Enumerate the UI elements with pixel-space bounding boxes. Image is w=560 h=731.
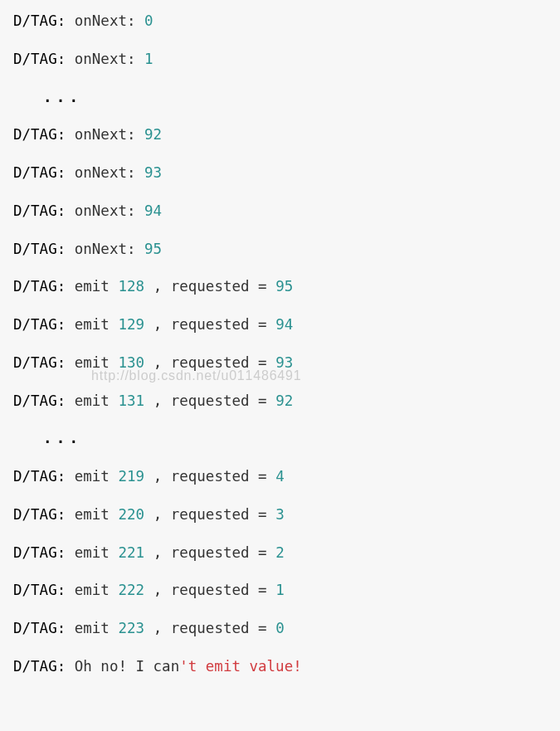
- log-line-onnext: D/TAG: onNext: 92: [13, 125, 547, 144]
- log-label: onNext:: [75, 126, 136, 143]
- log-requested-value: 93: [275, 354, 293, 371]
- ellipsis-text: ...: [43, 430, 82, 446]
- log-value: 94: [144, 202, 162, 219]
- log-value: 93: [144, 164, 162, 181]
- log-line-onnext: D/TAG: onNext: 0: [13, 12, 547, 31]
- log-line-emit: D/TAG: emit 220 , requested = 3: [13, 505, 547, 524]
- log-requested-label: , requested =: [153, 354, 267, 371]
- log-ellipsis: ...: [13, 88, 547, 107]
- log-label: emit: [75, 468, 110, 485]
- log-tag: D/TAG:: [13, 544, 66, 561]
- log-line-emit: D/TAG: emit 128 , requested = 95: [13, 277, 547, 296]
- log-tag: D/TAG:: [13, 354, 66, 371]
- log-tag: D/TAG:: [13, 620, 66, 636]
- log-error-prefix: Oh no! I can: [75, 658, 179, 675]
- log-value: 1: [144, 51, 153, 67]
- log-label: emit: [75, 506, 110, 523]
- log-value: 221: [118, 544, 144, 561]
- log-line-emit: D/TAG: emit 131 , requested = 92: [13, 392, 547, 411]
- log-value: 92: [144, 126, 162, 143]
- log-tag: D/TAG:: [13, 278, 66, 295]
- log-value: 222: [118, 582, 144, 598]
- log-value: 128: [118, 278, 144, 295]
- log-requested-label: , requested =: [153, 506, 267, 523]
- log-tag: D/TAG:: [13, 468, 66, 485]
- log-requested-label: , requested =: [153, 468, 267, 485]
- log-tag: D/TAG:: [13, 126, 66, 143]
- log-label: emit: [75, 354, 110, 371]
- log-requested-value: 4: [275, 468, 285, 485]
- log-requested-value: 94: [275, 316, 293, 333]
- ellipsis-text: ...: [43, 89, 82, 105]
- log-requested-label: , requested =: [153, 544, 267, 561]
- log-line-onnext: D/TAG: onNext: 93: [13, 163, 547, 183]
- log-value: 220: [118, 506, 144, 523]
- log-tag: D/TAG:: [13, 316, 66, 333]
- log-line-emit: D/TAG: emit 219 , requested = 4: [13, 467, 547, 486]
- log-value: 130: [118, 354, 144, 371]
- log-tag: D/TAG:: [13, 506, 66, 523]
- log-value: 129: [118, 316, 144, 333]
- log-line-emit: D/TAG: emit 130 , requested = 93: [13, 353, 547, 373]
- log-line-error: D/TAG: Oh no! I can't emit value!: [13, 657, 547, 676]
- log-line-onnext: D/TAG: onNext: 1: [13, 50, 547, 69]
- log-value: 131: [118, 392, 144, 409]
- log-line-emit: D/TAG: emit 223 , requested = 0: [13, 619, 547, 638]
- log-label: emit: [75, 582, 110, 598]
- log-requested-label: , requested =: [153, 278, 267, 295]
- log-ellipsis: ...: [13, 429, 547, 448]
- log-value: 95: [144, 241, 162, 257]
- log-label: emit: [75, 278, 110, 295]
- log-label: emit: [75, 620, 110, 636]
- log-label: emit: [75, 544, 110, 561]
- log-error-suffix: 't emit value!: [179, 658, 302, 675]
- log-label: emit: [75, 392, 110, 409]
- log-requested-value: 0: [275, 620, 285, 636]
- log-tag: D/TAG:: [13, 51, 66, 67]
- log-requested-value: 95: [275, 278, 293, 295]
- log-requested-label: , requested =: [153, 620, 267, 636]
- log-requested-label: , requested =: [153, 582, 267, 598]
- log-label: onNext:: [75, 51, 136, 67]
- log-output: D/TAG: onNext: 0D/TAG: onNext: 1...D/TAG…: [13, 12, 547, 676]
- log-line-onnext: D/TAG: onNext: 94: [13, 202, 547, 221]
- log-requested-value: 3: [275, 506, 285, 523]
- log-tag: D/TAG:: [13, 164, 66, 181]
- log-value: 223: [118, 620, 144, 636]
- log-line-onnext: D/TAG: onNext: 95: [13, 240, 547, 259]
- log-tag: D/TAG:: [13, 12, 66, 29]
- log-value: 219: [118, 468, 144, 485]
- log-label: onNext:: [75, 12, 136, 29]
- log-requested-value: 92: [275, 392, 293, 409]
- log-label: onNext:: [75, 241, 136, 257]
- log-tag: D/TAG:: [13, 582, 66, 598]
- log-tag: D/TAG:: [13, 241, 66, 257]
- log-requested-label: , requested =: [153, 392, 267, 409]
- log-requested-value: 1: [275, 582, 285, 598]
- log-label: onNext:: [75, 202, 136, 219]
- log-tag: D/TAG:: [13, 392, 66, 409]
- log-line-emit: D/TAG: emit 221 , requested = 2: [13, 543, 547, 563]
- log-value: 0: [144, 12, 153, 29]
- log-line-emit: D/TAG: emit 129 , requested = 94: [13, 315, 547, 334]
- log-label: onNext:: [75, 164, 136, 181]
- log-requested-label: , requested =: [153, 316, 267, 333]
- log-label: emit: [75, 316, 110, 333]
- log-line-emit: D/TAG: emit 222 , requested = 1: [13, 581, 547, 600]
- log-requested-value: 2: [275, 544, 285, 561]
- log-tag: D/TAG:: [13, 202, 66, 219]
- log-tag: D/TAG:: [13, 658, 66, 675]
